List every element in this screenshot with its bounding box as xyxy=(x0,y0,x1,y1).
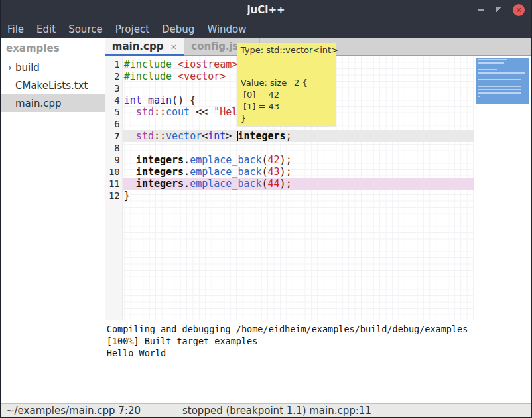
minimize-icon[interactable] xyxy=(478,9,484,11)
minimap-code-line xyxy=(478,79,521,80)
tab-close-icon[interactable]: × xyxy=(170,42,177,52)
code-line[interactable] xyxy=(124,142,310,154)
sidebar-item-main-cpp[interactable]: main.cpp xyxy=(1,94,105,112)
terminal-line: Compiling and debugging /home/eidheim/ex… xyxy=(107,323,531,335)
line-number[interactable]: 5 xyxy=(105,106,123,118)
sidebar-item-build[interactable]: ›build xyxy=(1,58,105,76)
minimap-code-line xyxy=(478,92,521,94)
main-content: examples ›buildCMakeLists.txtmain.cpp ma… xyxy=(1,38,531,403)
code-line[interactable]: integers.emplace_back(42); xyxy=(124,154,310,166)
tooltip-value-line: [0] = 42 xyxy=(241,89,332,101)
tree-item-label: build xyxy=(15,62,40,74)
statusbar: ~/examples/main.cpp 7:20 stopped (breakp… xyxy=(1,403,531,418)
minimap-code-line xyxy=(478,89,521,90)
minimap-code-line xyxy=(478,96,480,97)
menubar: FileEditSourceProjectDebugWindow xyxy=(1,20,531,38)
sidebar-item-cmakelists-txt[interactable]: CMakeLists.txt xyxy=(1,76,105,94)
tree-item-label: CMakeLists.txt xyxy=(15,80,88,92)
menu-item-source[interactable]: Source xyxy=(68,23,103,35)
project-name-label: examples xyxy=(1,38,105,58)
line-number[interactable]: 1 xyxy=(105,58,123,70)
line-number[interactable]: 4 xyxy=(105,94,123,106)
tooltip-value-line: Value: size=2 { xyxy=(241,77,332,89)
tooltip-value-line: [1] = 43 xyxy=(241,101,332,113)
code-line[interactable]: std::vector<int> integers; xyxy=(124,130,310,142)
tooltip-value-block: Value: size=2 { [0] = 42 [1] = 43} xyxy=(241,77,332,125)
code-line[interactable]: } xyxy=(124,190,310,202)
minimap-code-line xyxy=(478,62,504,64)
terminal-line: [100%] Built target examples xyxy=(107,335,531,347)
minimap[interactable] xyxy=(474,56,531,320)
menu-item-project[interactable]: Project xyxy=(115,23,149,35)
tab-main-cpp[interactable]: main.cpp× xyxy=(105,38,185,55)
menu-item-edit[interactable]: Edit xyxy=(36,23,56,35)
minimap-code-line xyxy=(478,69,497,70)
close-icon[interactable]: ✕ xyxy=(513,4,525,16)
expander-chevron-icon[interactable]: › xyxy=(5,62,15,72)
window-controls: ✕ xyxy=(478,0,525,20)
line-number[interactable]: 6 xyxy=(105,118,123,130)
terminal-line: Hello World xyxy=(107,347,531,359)
code-line[interactable]: integers.emplace_back(43); xyxy=(124,166,310,178)
titlebar[interactable]: juCi++ ✕ xyxy=(1,0,531,20)
line-number[interactable]: 12 xyxy=(105,190,123,202)
minimap-code-line xyxy=(478,59,507,60)
status-debug-state: stopped (breakpoint 1.1) main.cpp:11 xyxy=(182,405,371,417)
file-tree-sidebar: examples ›buildCMakeLists.txtmain.cpp xyxy=(1,38,105,403)
minimap-code-line xyxy=(478,72,525,74)
restore-icon[interactable] xyxy=(496,7,501,13)
line-number[interactable]: 11 xyxy=(105,178,123,190)
tooltip-value-line: } xyxy=(241,113,332,125)
tab-label: main.cpp xyxy=(112,40,164,52)
line-number[interactable]: 10 xyxy=(105,166,123,178)
line-number[interactable]: 9 xyxy=(105,154,123,166)
minimap-code-line xyxy=(478,86,521,87)
line-number[interactable]: 2 xyxy=(105,70,123,82)
code-line[interactable]: integers.emplace_back(44); xyxy=(124,178,310,190)
minimap-viewport[interactable] xyxy=(476,58,529,104)
line-number[interactable]: 3 xyxy=(105,82,123,94)
file-tree: ›buildCMakeLists.txtmain.cpp xyxy=(1,58,105,112)
line-number[interactable]: 7 xyxy=(105,130,123,142)
juci-window: juCi++ ✕ FileEditSourceProjectDebugWindo… xyxy=(0,0,532,418)
debug-value-tooltip: Type: std::vector<int> Value: size=2 { [… xyxy=(237,43,336,126)
window-title: juCi++ xyxy=(1,4,531,16)
menu-item-window[interactable]: Window xyxy=(207,23,246,35)
line-number-gutter[interactable]: 123456789101112 xyxy=(105,58,123,202)
terminal-output[interactable]: Compiling and debugging /home/eidheim/ex… xyxy=(105,320,531,403)
tooltip-type-line: Type: std::vector<int> xyxy=(241,44,332,56)
menu-item-debug[interactable]: Debug xyxy=(162,23,194,35)
menu-item-file[interactable]: File xyxy=(7,23,24,35)
editor-pane: main.cpp×config.json 123456789101112 #in… xyxy=(105,38,531,403)
line-number[interactable]: 8 xyxy=(105,142,123,154)
status-file-location: ~/examples/main.cpp 7:20 xyxy=(6,405,141,417)
tree-item-label: main.cpp xyxy=(15,98,62,109)
